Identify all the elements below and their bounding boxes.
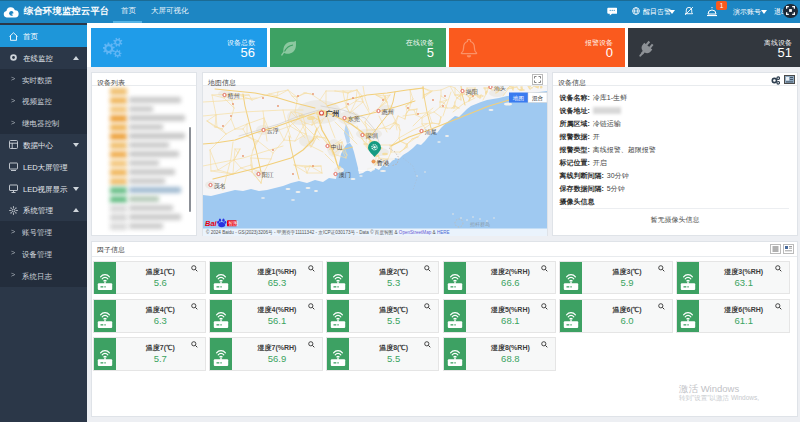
svg-text:Bai: Bai — [205, 219, 218, 228]
svg-text:云浮: 云浮 — [267, 127, 279, 134]
svg-text:混合: 混合 — [532, 95, 544, 102]
svg-text:香港: 香港 — [377, 159, 391, 167]
svg-text:担杆群岛: 担杆群岛 — [470, 221, 490, 228]
svg-text:茂名: 茂名 — [214, 183, 226, 190]
svg-text:深圳: 深圳 — [366, 133, 378, 139]
svg-text:惠州: 惠州 — [381, 109, 394, 115]
svg-text:梧州: 梧州 — [227, 92, 240, 100]
svg-text:汕头: 汕头 — [494, 86, 506, 91]
svg-text:澳门: 澳门 — [339, 171, 351, 179]
svg-text:© 2024 Baidu - GS(2023)3206号 -: © 2024 Baidu - GS(2023)3206号 - 甲测资字11111… — [206, 229, 450, 236]
svg-text:东莞: 东莞 — [348, 115, 360, 122]
svg-text:广州: 广州 — [325, 109, 340, 118]
svg-text:中山: 中山 — [331, 144, 343, 150]
svg-text:智图: 智图 — [228, 220, 238, 226]
svg-text:揭阳: 揭阳 — [466, 89, 478, 96]
svg-text:汕尾: 汕尾 — [425, 129, 437, 135]
svg-text:地图: 地图 — [512, 95, 524, 102]
svg-text:阳江: 阳江 — [262, 172, 274, 179]
